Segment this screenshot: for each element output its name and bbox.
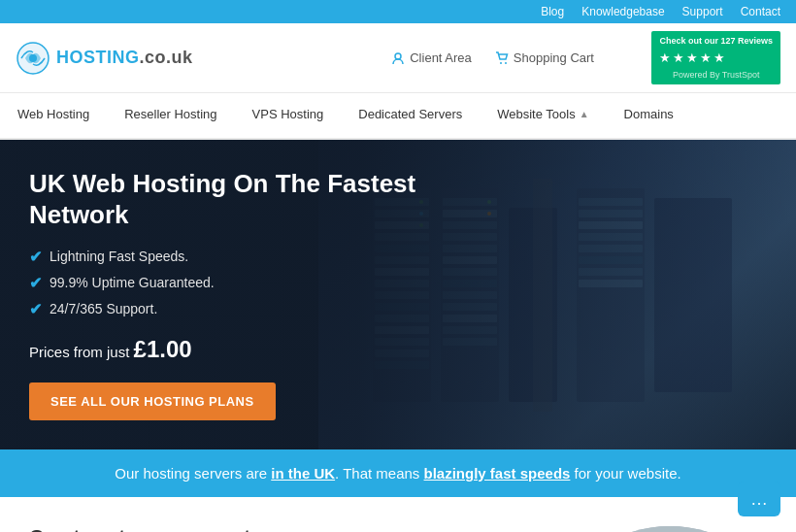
svg-point-1 — [29, 54, 37, 62]
support-title: Great customer support. — [29, 526, 544, 532]
nav: Web Hosting Reseller Hosting VPS Hosting… — [0, 93, 796, 140]
uk-link[interactable]: in the UK — [271, 465, 335, 482]
cta-button[interactable]: SEE ALL OUR HOSTING PLANS — [29, 382, 276, 420]
header-links: Client Area Shopping Cart — [334, 50, 652, 65]
chat-bubble[interactable]: … — [738, 482, 780, 516]
hero-title: UK Web Hosting On The Fastest Network — [29, 169, 437, 229]
blog-link[interactable]: Blog — [541, 5, 564, 18]
feature-item-2: ✔ 99.9% Uptime Guaranteed. — [29, 274, 437, 292]
check-icon-2: ✔ — [29, 274, 42, 292]
support-team-svg — [573, 526, 767, 532]
support-section: Great customer support. Service availabl… — [0, 497, 796, 532]
chat-icon: … — [750, 489, 768, 510]
banner-text-middle: . That means — [335, 465, 423, 482]
logo[interactable]: HOSTING.co.uk — [16, 41, 334, 76]
hero-content: UK Web Hosting On The Fastest Network ✔ … — [0, 140, 466, 449]
check-icon-3: ✔ — [29, 300, 42, 318]
blue-banner: Our hosting servers are in the UK. That … — [0, 449, 796, 497]
feature-item-1: ✔ Lightning Fast Speeds. — [29, 248, 437, 266]
nav-web-hosting[interactable]: Web Hosting — [0, 93, 107, 138]
top-bar: Blog Knowledgebase Support Contact — [0, 0, 796, 23]
price-value: £1.00 — [134, 336, 192, 362]
cart-icon — [495, 51, 509, 65]
nav-dedicated-servers[interactable]: Dedicated Servers — [341, 93, 480, 138]
check-icon-1: ✔ — [29, 248, 42, 266]
svg-rect-52 — [573, 526, 767, 532]
header: HOSTING.co.uk Client Area Shopping Cart … — [0, 23, 796, 93]
banner-text-after: for your website. — [570, 465, 680, 482]
support-image — [573, 526, 767, 532]
shopping-cart-link[interactable]: Shopping Cart — [495, 50, 594, 65]
contact-link[interactable]: Contact — [741, 5, 780, 18]
nav-domains[interactable]: Domains — [607, 93, 691, 138]
trustpilot-stars: ★ ★ ★ ★ ★ — [659, 50, 773, 67]
nav-website-tools[interactable]: Website Tools ▲ — [480, 93, 606, 138]
fast-speeds-link[interactable]: blazingly fast speeds — [424, 465, 571, 482]
svg-point-2 — [395, 53, 401, 59]
knowledgebase-link[interactable]: Knowledgebase — [581, 5, 664, 18]
user-icon — [391, 51, 405, 65]
nav-reseller-hosting[interactable]: Reseller Hosting — [107, 93, 234, 138]
logo-icon — [16, 41, 50, 76]
price-line: Prices from just £1.00 — [29, 336, 437, 363]
feature-item-3: ✔ 24/7/365 Support. — [29, 300, 437, 318]
logo-text: HOSTING.co.uk — [56, 48, 193, 68]
svg-point-3 — [500, 62, 502, 64]
svg-point-4 — [505, 62, 507, 64]
nav-vps-hosting[interactable]: VPS Hosting — [235, 93, 342, 138]
trustpilot-box[interactable]: Check out our 127 Reviews ★ ★ ★ ★ ★ Powe… — [651, 31, 780, 84]
client-area-link[interactable]: Client Area — [391, 50, 472, 65]
trustpilot-label: Check out our 127 Reviews — [659, 35, 773, 48]
chevron-down-icon: ▲ — [580, 109, 589, 119]
hero-features: ✔ Lightning Fast Speeds. ✔ 99.9% Uptime … — [29, 248, 437, 318]
banner-text-before: Our hosting servers are — [115, 465, 271, 482]
hero-section: UK Web Hosting On The Fastest Network ✔ … — [0, 140, 796, 449]
trustpilot-powered: Powered By TrustSpot — [659, 69, 773, 82]
support-text: Great customer support. Service availabl… — [29, 526, 544, 532]
support-link[interactable]: Support — [682, 5, 723, 18]
